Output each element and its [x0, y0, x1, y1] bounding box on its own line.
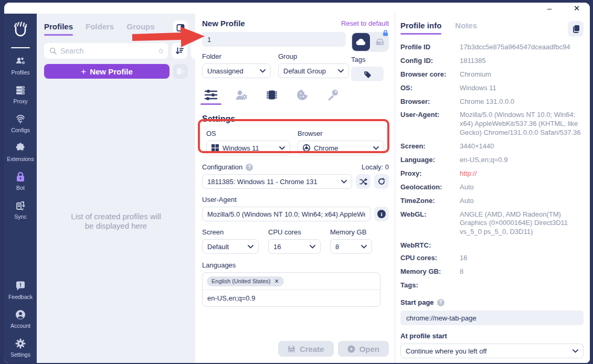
info-value — [460, 241, 584, 249]
info-value: 17b3dcc5e875a964547dceaadfbc94 — [460, 43, 584, 52]
close-button[interactable]: ✕ — [572, 4, 581, 12]
sort-button[interactable] — [172, 43, 187, 59]
panel-layout-icon — [176, 24, 185, 32]
sidebar-item-label: Configs — [11, 127, 30, 133]
info-label: Screen: — [400, 142, 460, 151]
user-agent-input[interactable] — [202, 207, 370, 221]
info-value — [460, 281, 584, 289]
tab-profile-info[interactable]: Profile info — [400, 21, 441, 35]
tab-cookies-settings[interactable] — [293, 89, 311, 105]
gear-icon — [15, 338, 26, 349]
create-button[interactable]: Create — [278, 341, 334, 357]
tag-icon — [363, 70, 372, 78]
sidebar-item-label: Sync — [14, 213, 26, 220]
tab-profiles[interactable]: Profiles — [44, 22, 73, 36]
group-select[interactable]: Default Group — [278, 63, 349, 78]
sidebar-item-feedback[interactable]: Feedback — [4, 280, 37, 300]
remove-language-icon[interactable]: ✕ — [274, 278, 279, 285]
info-label: TimeZone: — [400, 197, 460, 206]
sidebar-item-bot[interactable]: Bot — [4, 171, 37, 191]
sidebar-item-configs[interactable]: Configs — [4, 113, 37, 133]
help-icon[interactable]: ? — [437, 299, 444, 306]
info-row: Memory GB:8 — [400, 267, 584, 276]
at-profile-start-select[interactable]: Continue where you left off — [400, 344, 584, 358]
reset-to-default-link[interactable]: Reset to default — [341, 19, 389, 27]
profile-info-panel: Profile info Notes Profile ID17b3dcc5e87… — [395, 14, 590, 363]
tab-account-settings[interactable] — [232, 89, 250, 105]
shuffle-config-button[interactable] — [356, 174, 370, 189]
cloud-storage-button[interactable] — [352, 33, 370, 51]
cloud-icon — [356, 38, 366, 46]
info-row: Language:en-US,en;q=0.9 — [400, 156, 584, 165]
minimize-button[interactable]: – — [545, 4, 554, 12]
tags-field: Tags — [351, 56, 389, 81]
chevron-down-icon — [373, 146, 379, 150]
chevron-down-icon — [573, 349, 578, 353]
configuration-select[interactable]: 1811385: Windows 11 - Chrome 131 — [202, 174, 352, 189]
tab-access-settings[interactable] — [324, 89, 342, 105]
start-page-label: Start page — [400, 298, 434, 306]
copy-profile-info-button[interactable] — [568, 21, 584, 37]
sort-icon — [176, 47, 184, 55]
chevron-down-icon — [338, 69, 344, 73]
new-profile-button[interactable]: + New Profile — [44, 64, 170, 79]
language-chip[interactable]: English (United States) ✕ — [207, 276, 284, 286]
sidebar-item-sync[interactable]: Sync — [4, 200, 37, 220]
sidebar-item-account[interactable]: Account — [4, 309, 37, 329]
info-label: OS: — [400, 84, 460, 93]
start-page-input[interactable]: chrome://new-tab-page — [400, 311, 584, 325]
info-row: CPU cores:16 — [400, 254, 584, 263]
chip-icon — [266, 89, 278, 101]
sync-docs-icon — [15, 200, 26, 211]
profile-name-input[interactable] — [202, 32, 346, 47]
collapse-panel-button[interactable] — [173, 20, 188, 35]
os-select[interactable]: Windows 11 — [206, 141, 290, 155]
multi-panel-button[interactable] — [173, 64, 188, 79]
info-label: CPU cores: — [400, 254, 460, 263]
tab-groups[interactable]: Groups — [126, 22, 154, 36]
info-label: Tags: — [400, 281, 460, 289]
tab-folders[interactable]: Folders — [86, 22, 114, 36]
info-value: Chromium — [460, 70, 584, 79]
language-chip-label: English (United States) — [211, 278, 271, 284]
sidebar-item-extensions[interactable]: Extensions — [4, 142, 37, 162]
search-input[interactable] — [60, 47, 155, 55]
os-label: OS — [206, 130, 290, 137]
users-gear-icon — [15, 56, 26, 67]
folder-select[interactable]: Unassigned — [202, 63, 271, 78]
refresh-config-button[interactable] — [374, 174, 389, 189]
info-label: Proxy: — [400, 169, 460, 178]
screen-select[interactable]: Default — [202, 239, 259, 254]
paid-lock-icon — [383, 30, 388, 36]
sidebar-item-proxy[interactable]: Proxy — [4, 84, 37, 104]
configuration-select-value: 1811385: Windows 11 - Chrome 131 — [207, 178, 337, 186]
tab-general-settings[interactable] — [202, 89, 220, 105]
lock-icon — [15, 171, 26, 183]
info-row: Config ID:1811385 — [400, 57, 584, 66]
help-icon[interactable]: ? — [246, 164, 253, 171]
tags-button[interactable] — [351, 67, 384, 81]
chevron-down-icon — [341, 180, 347, 184]
screen-label: Screen — [202, 228, 259, 236]
info-label: Browser: — [400, 98, 460, 106]
os-select-value: Windows 11 — [223, 144, 276, 152]
sidebar-item-label: Bot — [16, 185, 25, 191]
cpu-cores-select[interactable]: 16 — [268, 239, 321, 254]
editor-title: New Profile — [202, 19, 245, 28]
open-button[interactable]: Open — [338, 341, 389, 357]
user-agent-info-button[interactable]: i — [374, 207, 389, 221]
configuration-label: Configuration — [202, 163, 242, 171]
sidebar-item-profiles[interactable]: Profiles — [4, 56, 37, 76]
info-label: Memory GB: — [400, 267, 460, 276]
memory-gb-select[interactable]: 8 — [330, 239, 372, 254]
info-label: Geolocation: — [400, 183, 460, 192]
languages-value[interactable]: en-US,en;q=0.9 — [203, 290, 380, 306]
sidebar-item-settings[interactable]: Settings — [4, 338, 37, 358]
info-row: OS:Windows 11 — [400, 84, 584, 93]
tab-hardware-settings[interactable] — [263, 89, 281, 105]
chevron-down-icon — [248, 245, 253, 249]
screen-select-value: Default — [207, 243, 244, 251]
tab-notes[interactable]: Notes — [455, 21, 477, 35]
info-row: WebGL:ANGLE (AMD, AMD Radeon(TM) Graphic… — [400, 210, 584, 237]
browser-select[interactable]: Chrome — [298, 141, 384, 155]
